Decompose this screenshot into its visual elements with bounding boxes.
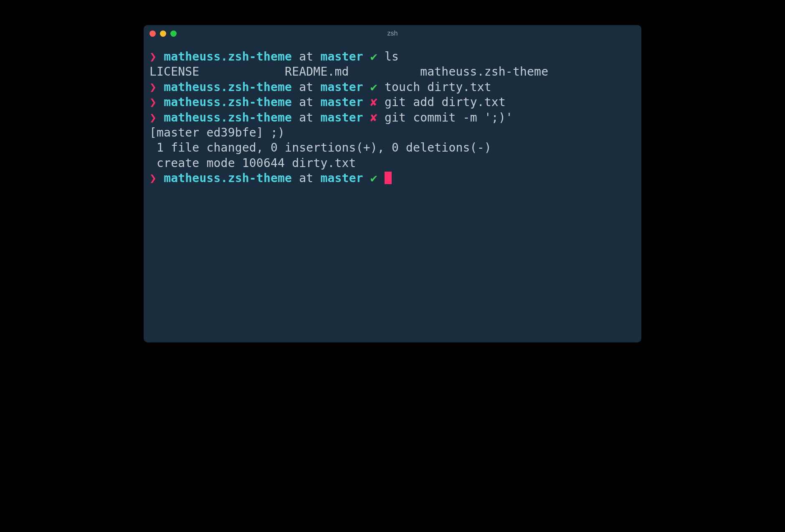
prompt-line: ❯ matheuss.zsh-theme at master ✔ ls: [149, 49, 636, 64]
traffic-lights: [149, 30, 177, 37]
check-icon: ✔: [370, 171, 377, 185]
check-icon: ✔: [370, 80, 377, 94]
prompt-branch: master: [320, 80, 363, 94]
prompt-line: ❯ matheuss.zsh-theme at master ✘ git add…: [149, 95, 636, 110]
prompt-branch: master: [320, 50, 363, 63]
prompt-arrow-icon: ❯: [149, 50, 157, 63]
output-line: 1 file changed, 0 insertions(+), 0 delet…: [149, 140, 636, 155]
terminal-window: zsh ❯ matheuss.zsh-theme at master ✔ lsL…: [144, 25, 641, 342]
prompt-branch: master: [320, 171, 363, 185]
prompt-directory: matheuss.zsh-theme: [164, 95, 292, 109]
command-text: git add dirty.txt: [385, 95, 506, 109]
prompt-branch: master: [320, 95, 363, 109]
terminal-body[interactable]: ❯ matheuss.zsh-theme at master ✔ lsLICEN…: [144, 42, 641, 194]
prompt-branch: master: [320, 111, 363, 124]
titlebar: zsh: [144, 25, 641, 42]
output-line: [master ed39bfe] ;): [149, 125, 636, 140]
maximize-icon[interactable]: [170, 30, 177, 37]
prompt-at: at: [299, 80, 313, 94]
prompt-at: at: [299, 171, 313, 185]
prompt-at: at: [299, 95, 313, 109]
check-icon: ✔: [370, 50, 377, 63]
prompt-arrow-icon: ❯: [149, 111, 157, 124]
output-text: 1 file changed, 0 insertions(+), 0 delet…: [149, 141, 491, 155]
prompt-directory: matheuss.zsh-theme: [164, 171, 292, 185]
prompt-line: ❯ matheuss.zsh-theme at master ✔: [149, 171, 636, 186]
output-text: create mode 100644 dirty.txt: [149, 156, 356, 170]
prompt-line: ❯ matheuss.zsh-theme at master ✔ touch d…: [149, 80, 636, 95]
prompt-directory: matheuss.zsh-theme: [164, 50, 292, 63]
cursor-icon: [385, 172, 392, 184]
window-title: zsh: [387, 30, 398, 37]
prompt-at: at: [299, 111, 313, 124]
prompt-directory: matheuss.zsh-theme: [164, 80, 292, 94]
prompt-arrow-icon: ❯: [149, 171, 157, 185]
prompt-at: at: [299, 50, 313, 63]
output-line: LICENSE README.md matheuss.zsh-theme: [149, 64, 636, 79]
x-icon: ✘: [370, 111, 377, 124]
output-text: LICENSE README.md matheuss.zsh-theme: [149, 65, 548, 79]
command-text: touch dirty.txt: [385, 80, 491, 94]
close-icon[interactable]: [149, 30, 156, 37]
x-icon: ✘: [370, 95, 377, 109]
output-line: create mode 100644 dirty.txt: [149, 156, 636, 171]
output-text: [master ed39bfe] ;): [149, 126, 285, 139]
command-text: ls: [385, 50, 399, 63]
minimize-icon[interactable]: [160, 30, 166, 37]
prompt-line: ❯ matheuss.zsh-theme at master ✘ git com…: [149, 110, 636, 125]
command-text: git commit -m ';)': [385, 111, 513, 124]
prompt-arrow-icon: ❯: [149, 95, 157, 109]
prompt-arrow-icon: ❯: [149, 80, 157, 94]
prompt-directory: matheuss.zsh-theme: [164, 111, 292, 124]
